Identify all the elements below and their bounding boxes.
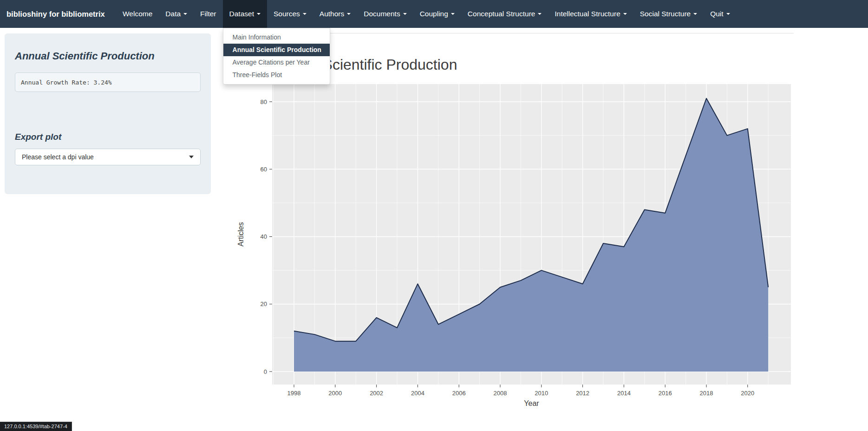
dropdown-item-three-fields-plot[interactable]: Three-Fields Plot — [223, 69, 330, 81]
sidebar-panel: Annual Scientific Production Annual Grow… — [5, 33, 211, 194]
caret-down-icon — [726, 13, 730, 15]
caret-down-icon — [257, 13, 261, 15]
nav-item-quit[interactable]: Quit — [704, 0, 736, 28]
svg-text:60: 60 — [261, 166, 267, 173]
nav-item-label: Dataset — [229, 10, 254, 18]
app-brand[interactable]: biblioshiny for bibliometrix — [0, 0, 116, 28]
nav-item-label: Filter — [200, 10, 216, 18]
caret-down-icon — [183, 13, 187, 15]
dpi-select-value: Please select a dpi value — [22, 153, 94, 161]
nav-item-conceptual-structure[interactable]: Conceptual Structure — [461, 0, 548, 28]
chevron-down-icon — [189, 156, 194, 158]
dataset-dropdown-menu: Main InformationAnnual Scientific Produc… — [223, 28, 330, 85]
nav-item-welcome[interactable]: Welcome — [116, 0, 159, 28]
svg-text:2008: 2008 — [494, 390, 507, 397]
nav-item-authors[interactable]: Authors — [313, 0, 357, 28]
nav-item-coupling[interactable]: Coupling — [413, 0, 461, 28]
caret-down-icon — [451, 13, 455, 15]
annual-growth-rate-output: Annual Growth Rate: 3.24% — [15, 72, 201, 92]
caret-down-icon — [538, 13, 542, 15]
sidebar-title: Annual Scientific Production — [15, 50, 201, 62]
nav-item-filter[interactable]: Filter — [194, 0, 222, 28]
nav-item-intellectual-structure[interactable]: Intellectual Structure — [548, 0, 633, 28]
svg-text:Articles: Articles — [237, 222, 245, 246]
nav-item-data[interactable]: Data — [159, 0, 194, 28]
caret-down-icon — [347, 13, 351, 15]
caret-down-icon — [403, 13, 407, 15]
nav-item-dataset[interactable]: DatasetMain InformationAnnual Scientific… — [223, 0, 267, 28]
caret-down-icon — [623, 13, 627, 15]
nav-item-label: Sources — [274, 10, 300, 18]
dropdown-item-annual-scientific-production[interactable]: Annual Scientific Production — [223, 44, 330, 56]
caret-down-icon — [303, 13, 307, 15]
svg-text:2014: 2014 — [617, 390, 631, 397]
export-plot-label: Export plot — [15, 132, 201, 142]
svg-text:2012: 2012 — [576, 390, 589, 397]
svg-text:2006: 2006 — [452, 390, 466, 397]
nav-item-label: Conceptual Structure — [468, 10, 535, 18]
svg-text:40: 40 — [261, 233, 267, 240]
svg-text:0: 0 — [264, 368, 267, 375]
nav-item-label: Quit — [710, 10, 723, 18]
dropdown-item-average-citations-per-year[interactable]: Average Citations per Year — [223, 56, 330, 69]
svg-text:2020: 2020 — [741, 390, 754, 397]
nav-item-label: Social Structure — [640, 10, 691, 18]
svg-text:2000: 2000 — [328, 390, 342, 397]
nav-item-label: Data — [165, 10, 181, 18]
svg-text:2016: 2016 — [659, 390, 672, 397]
annual-production-area-chart: 1998200020022004200620082010201220142016… — [222, 33, 803, 419]
svg-text:20: 20 — [261, 300, 267, 307]
svg-text:2002: 2002 — [370, 390, 383, 397]
svg-text:2004: 2004 — [411, 390, 424, 397]
nav-item-label: Welcome — [123, 10, 152, 18]
svg-text:80: 80 — [261, 98, 267, 105]
svg-text:2010: 2010 — [535, 390, 548, 397]
browser-status-url: 127.0.0.1:4539/#tab-2747-4 — [0, 422, 72, 431]
nav-item-label: Authors — [320, 10, 344, 18]
nav-item-label: Coupling — [420, 10, 448, 18]
nav-item-social-structure[interactable]: Social Structure — [633, 0, 704, 28]
nav-item-label: Intellectual Structure — [555, 10, 620, 18]
nav-item-label: Documents — [364, 10, 400, 18]
svg-text:1998: 1998 — [287, 390, 301, 397]
navbar-menu: WelcomeDataFilterDatasetMain Information… — [116, 0, 737, 28]
caret-down-icon — [693, 13, 697, 15]
navbar: biblioshiny for bibliometrix WelcomeData… — [0, 0, 868, 28]
nav-item-documents[interactable]: Documents — [357, 0, 413, 28]
dpi-select[interactable]: Please select a dpi value — [15, 149, 201, 165]
svg-text:2018: 2018 — [700, 390, 713, 397]
dropdown-item-main-information[interactable]: Main Information — [223, 31, 330, 44]
nav-item-sources[interactable]: Sources — [267, 0, 313, 28]
svg-text:Year: Year — [524, 399, 539, 407]
